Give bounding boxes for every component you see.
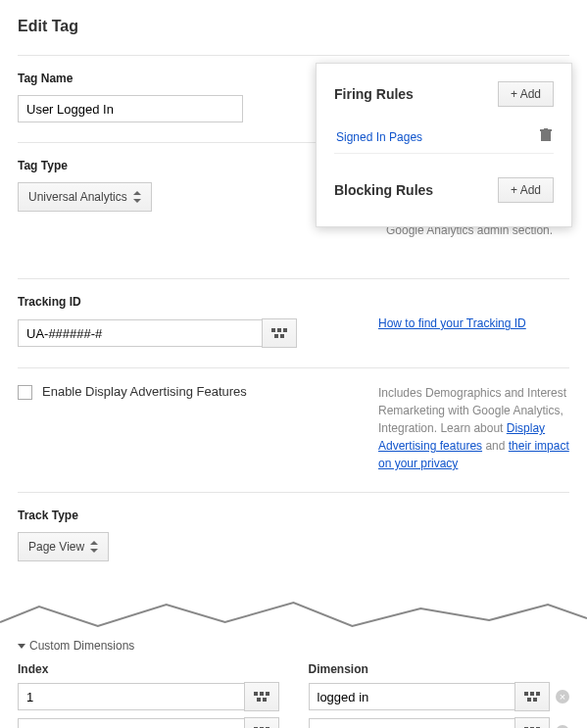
chevron-updown-icon — [133, 191, 141, 203]
svg-rect-4 — [280, 334, 284, 338]
dim-index-input[interactable] — [18, 718, 245, 728]
display-adv-label: Enable Display Advertising Features — [42, 384, 247, 399]
svg-rect-17 — [536, 692, 540, 696]
svg-rect-6 — [260, 692, 264, 696]
svg-rect-1 — [277, 328, 281, 332]
dim-value-input[interactable] — [309, 683, 516, 710]
svg-rect-18 — [527, 698, 531, 702]
svg-rect-2 — [283, 328, 287, 332]
chevron-updown-icon — [90, 541, 98, 553]
firing-rule-item: Signed In Pages — [334, 121, 554, 154]
svg-rect-5 — [254, 692, 258, 696]
tracking-id-input[interactable] — [18, 319, 263, 347]
tracking-id-variable-button[interactable] — [262, 318, 297, 348]
zigzag-divider — [0, 601, 587, 633]
brick-icon — [254, 692, 269, 702]
section-custom-dimensions: Custom Dimensions Index Dimension — [18, 639, 569, 728]
svg-rect-16 — [530, 692, 534, 696]
dim-index-row — [18, 717, 279, 728]
custom-dimensions-toggle[interactable]: Custom Dimensions — [18, 639, 569, 653]
tag-name-input[interactable] — [18, 95, 243, 122]
track-type-label: Track Type — [18, 509, 569, 522]
page-title: Edit Tag — [18, 18, 569, 35]
remove-row-button[interactable]: × — [556, 690, 569, 704]
rules-card: Firing Rules + Add Signed In Pages Block… — [316, 63, 572, 227]
tracking-id-label: Tracking ID — [18, 295, 339, 309]
section-display-adv: Enable Display Advertising Features Incl… — [18, 367, 569, 492]
dim-index-header: Index — [18, 662, 279, 676]
firing-rules-label: Firing Rules — [334, 86, 414, 102]
dim-index-variable-button[interactable] — [244, 717, 279, 728]
dim-index-row — [18, 682, 279, 711]
dim-value-row: × — [309, 717, 570, 728]
brick-icon — [271, 328, 287, 338]
tag-type-selected: Universal Analytics — [28, 190, 127, 204]
svg-rect-19 — [533, 698, 537, 702]
dim-value-header: Dimension — [309, 662, 570, 676]
svg-rect-7 — [266, 692, 269, 696]
svg-rect-26 — [540, 129, 552, 131]
svg-rect-8 — [257, 698, 261, 702]
track-type-dropdown[interactable]: Page View — [18, 532, 109, 561]
trash-icon[interactable] — [540, 128, 552, 145]
display-adv-help-2: and — [482, 439, 509, 453]
blocking-rules-label: Blocking Rules — [334, 182, 433, 198]
firing-add-button[interactable]: + Add — [498, 81, 554, 107]
blocking-add-button[interactable]: + Add — [498, 177, 554, 203]
svg-rect-3 — [274, 334, 278, 338]
svg-rect-0 — [271, 328, 275, 332]
dim-index-input[interactable] — [18, 683, 245, 710]
tracking-id-help-link[interactable]: How to find your Tracking ID — [378, 316, 526, 330]
svg-rect-27 — [544, 128, 548, 129]
svg-rect-9 — [263, 698, 267, 702]
dim-value-input[interactable] — [309, 718, 516, 728]
dim-index-variable-button[interactable] — [244, 682, 279, 711]
firing-rule-link[interactable]: Signed In Pages — [336, 130, 422, 144]
dim-value-row: × — [309, 682, 570, 711]
svg-rect-25 — [541, 131, 551, 141]
display-adv-checkbox[interactable] — [18, 385, 32, 400]
brick-icon — [524, 692, 540, 702]
section-track-type: Track Type Page View — [18, 492, 569, 581]
dim-value-variable-button[interactable] — [514, 682, 550, 711]
section-tracking-id: Tracking ID How to find your Tracking ID — [18, 278, 569, 367]
track-type-selected: Page View — [28, 540, 84, 554]
tag-type-dropdown[interactable]: Universal Analytics — [18, 182, 152, 212]
chevron-down-icon — [18, 644, 25, 649]
dim-value-variable-button[interactable] — [514, 717, 550, 728]
svg-rect-15 — [524, 692, 528, 696]
custom-dimensions-title: Custom Dimensions — [29, 639, 134, 653]
